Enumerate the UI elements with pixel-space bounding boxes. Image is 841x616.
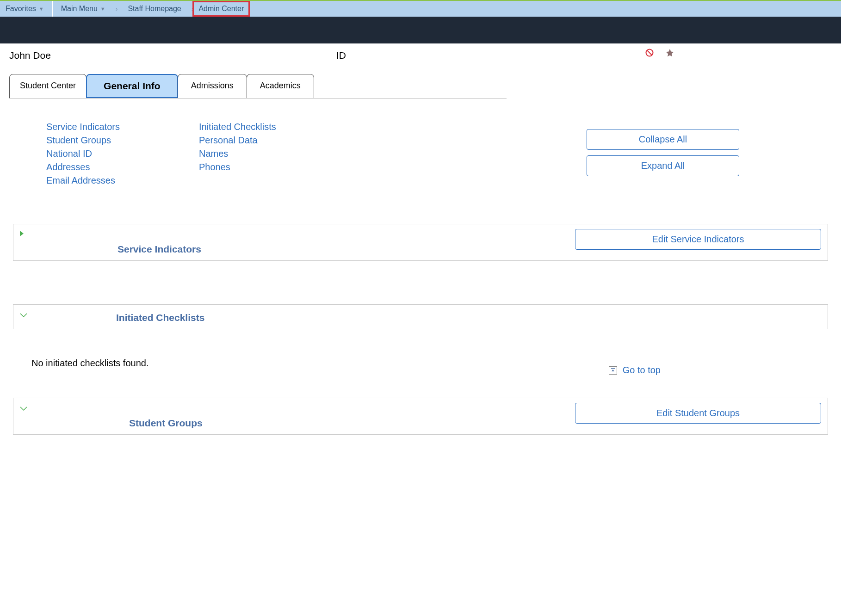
link-addresses[interactable]: Addresses <box>46 161 194 173</box>
tab-admissions-label: Admissions <box>191 81 234 90</box>
link-phones[interactable]: Phones <box>199 161 347 173</box>
section-initiated-checklists: Initiated Checklists <box>13 304 828 329</box>
links-column-2: Initiated Checklists Personal Data Names… <box>199 121 347 187</box>
link-service-indicators[interactable]: Service Indicators <box>46 121 194 133</box>
breadcrumb-separator-icon: › <box>114 5 120 12</box>
chevron-down-icon: ▼ <box>39 6 44 12</box>
student-id-label: ID <box>318 50 645 61</box>
favorite-star-icon[interactable] <box>665 48 674 60</box>
breadcrumb-main-menu-label: Main Menu <box>61 5 98 13</box>
section-toggle-expanded-icon[interactable] <box>20 405 27 413</box>
tab-student-center-label: tudent Center <box>25 81 76 90</box>
link-names[interactable]: Names <box>199 148 347 160</box>
link-national-id[interactable]: National ID <box>46 148 194 160</box>
breadcrumb-admin-center-highlighted[interactable]: Admin Center <box>192 1 250 17</box>
section-title-initiated-checklists: Initiated Checklists <box>13 305 828 329</box>
breadcrumb-admin-center-label: Admin Center <box>198 5 244 12</box>
breadcrumb-staff-homepage[interactable]: Staff Homepage <box>119 1 189 17</box>
tab-student-center-prefix: S <box>20 81 25 90</box>
tab-academics-label: Academics <box>260 81 301 90</box>
breadcrumb-bar: Favorites ▼ Main Menu ▼ › Staff Homepage… <box>0 0 841 17</box>
tab-admissions[interactable]: Admissions <box>178 74 247 98</box>
link-student-groups[interactable]: Student Groups <box>46 134 194 147</box>
section-service-indicators: Edit Service Indicators Service Indicato… <box>13 224 828 261</box>
section-toggle-expanded-icon[interactable] <box>20 311 27 320</box>
anchor-links-section: Service Indicators Student Groups Nation… <box>9 99 832 205</box>
link-personal-data[interactable]: Personal Data <box>199 134 347 147</box>
app-header-dark-bar <box>0 17 841 43</box>
breadcrumb-favorites-label: Favorites <box>6 5 36 13</box>
tabs-container: Student Center General Info Admissions A… <box>9 74 507 99</box>
student-header: John Doe ID <box>9 50 832 61</box>
content-area: John Doe ID Student Center General Info <box>0 43 841 447</box>
link-email-addresses[interactable]: Email Addresses <box>46 174 194 187</box>
expand-all-button[interactable]: Expand All <box>587 155 739 176</box>
goto-top-link[interactable]: Go to top <box>623 365 661 376</box>
section-toggle-collapsed-icon[interactable] <box>20 231 24 236</box>
action-buttons-column: Collapse All Expand All <box>587 129 739 187</box>
tab-general-info-label: General Info <box>104 80 161 91</box>
collapse-all-button[interactable]: Collapse All <box>587 129 739 150</box>
section-student-groups: Edit Student Groups Student Groups <box>13 398 828 435</box>
chevron-down-icon: ▼ <box>100 6 105 12</box>
header-icons <box>645 48 832 60</box>
link-initiated-checklists[interactable]: Initiated Checklists <box>199 121 347 133</box>
tab-student-center[interactable]: Student Center <box>9 74 87 98</box>
tab-academics[interactable]: Academics <box>247 74 314 98</box>
edit-student-groups-button[interactable]: Edit Student Groups <box>575 403 821 424</box>
goto-top-icon[interactable] <box>609 366 617 375</box>
breadcrumb-staff-homepage-label: Staff Homepage <box>128 5 181 13</box>
svg-line-1 <box>647 50 652 55</box>
sections-wrap: Edit Service Indicators Service Indicato… <box>9 224 832 435</box>
student-name: John Doe <box>9 50 318 61</box>
breadcrumb-main-menu[interactable]: Main Menu ▼ <box>53 1 114 17</box>
service-indicator-negative-icon[interactable] <box>645 48 654 60</box>
edit-service-indicators-button[interactable]: Edit Service Indicators <box>575 229 821 250</box>
breadcrumb-favorites[interactable]: Favorites ▼ <box>0 1 53 17</box>
links-column-1: Service Indicators Student Groups Nation… <box>46 121 194 187</box>
tab-general-info[interactable]: General Info <box>86 74 178 98</box>
